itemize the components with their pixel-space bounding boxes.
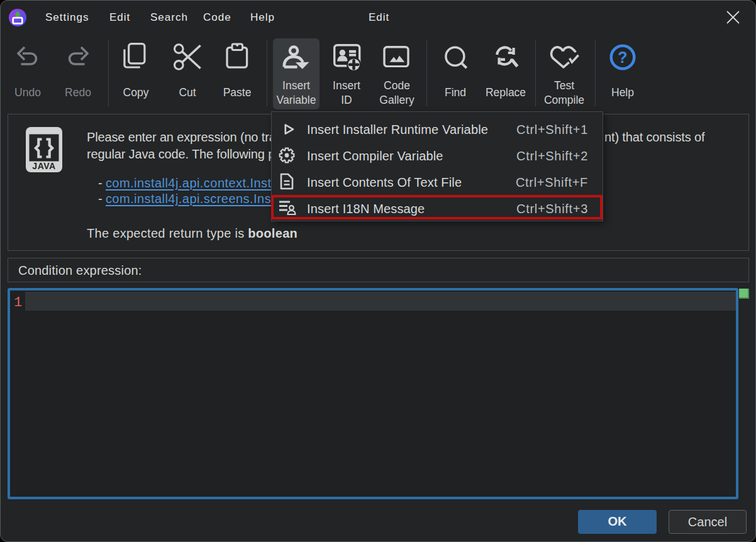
svg-text:?: ? [618, 48, 627, 66]
svg-text:JAVA: JAVA [32, 161, 55, 171]
